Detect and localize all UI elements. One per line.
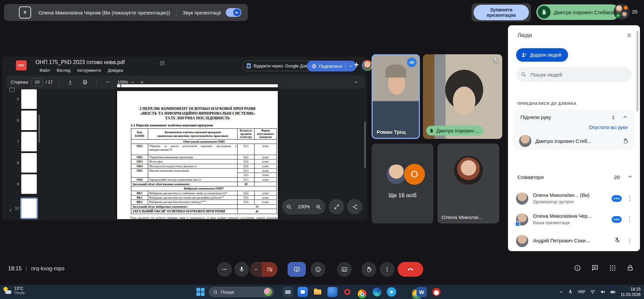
close-icon[interactable]	[626, 32, 633, 39]
tray-mic-icon[interactable]	[568, 290, 573, 294]
hand-raised-toast[interactable]: Дмитро Ігорович Стебаєв	[536, 4, 620, 20]
menu-file[interactable]: Файл	[39, 68, 50, 73]
more-options-icon[interactable]: ⋮	[626, 215, 633, 223]
zoom-out-icon[interactable]	[286, 204, 292, 210]
raised-hands-count: 1	[612, 114, 615, 120]
weather-widget[interactable]: 13°C Cloudy	[3, 286, 25, 295]
participant-row[interactable]: Олена Миколаївна Чер... Ваша презентація…	[508, 210, 640, 230]
telegram-icon[interactable]	[387, 287, 396, 297]
chevron-up-icon[interactable]	[627, 174, 633, 180]
camera-options-chevron[interactable]	[250, 262, 262, 277]
audio-activity-icon	[407, 58, 417, 67]
panel-scrollbar[interactable]	[637, 31, 638, 112]
participants-avatar-stack[interactable]: P	[614, 4, 630, 20]
task-view-icon[interactable]	[283, 287, 293, 297]
host-controls-button[interactable]	[626, 264, 634, 272]
gemini-sparkle-icon[interactable]	[353, 61, 360, 68]
file-explorer-icon[interactable]	[313, 287, 323, 297]
edge-icon[interactable]	[372, 287, 382, 297]
presenting-icon	[19, 6, 31, 19]
chat-button[interactable]	[591, 264, 599, 272]
more-people-tile[interactable]: О Ще 16 осіб	[372, 144, 433, 223]
activities-grid-button[interactable]	[609, 264, 616, 272]
more-options-icon[interactable]: ⋮	[626, 237, 633, 244]
search-people-input[interactable]	[530, 71, 627, 78]
avatar-initial: О	[404, 164, 425, 185]
volume-icon[interactable]	[600, 289, 606, 295]
video-tile-dmytro[interactable]: Дмитро Ігорович ...	[423, 54, 502, 139]
windows-start-button[interactable]	[196, 288, 205, 296]
camera-off-button[interactable]	[262, 262, 277, 277]
add-people-button[interactable]: Додати людей	[516, 48, 568, 62]
participant-row[interactable]: Андрій Петрович Соки... ⋮	[508, 232, 640, 251]
collapse-toolbar-icon[interactable]	[351, 77, 361, 87]
page-thumbnail[interactable]: 9	[14, 174, 37, 194]
menu-tools[interactable]: Інструменти	[77, 68, 101, 73]
captions-button[interactable]	[337, 262, 352, 277]
word-icon[interactable]: W	[417, 287, 427, 297]
zoom-in-icon[interactable]	[316, 204, 321, 210]
share-icon[interactable]	[347, 199, 363, 214]
stop-presentation-button[interactable]: Зупинити презентацію	[474, 5, 529, 20]
more-options-icon[interactable]: ⋮	[626, 195, 633, 202]
zoom-out-button[interactable]: −	[103, 77, 113, 87]
more-controls-button[interactable]	[380, 262, 395, 277]
zoom-dropdown[interactable]	[131, 81, 134, 84]
video-tile-olena[interactable]: Олена Миколаї...	[437, 144, 499, 223]
chrome-icon[interactable]	[357, 289, 367, 299]
collapse-sidebar-icon[interactable]	[8, 208, 13, 213]
share-button[interactable]: Поділитися	[307, 61, 356, 71]
tray-chevron-icon[interactable]	[559, 290, 563, 294]
raised-hands-group: Підняли руку 1 Опустити всі руки Дмитро …	[513, 110, 635, 149]
globe-icon	[312, 64, 317, 69]
reactions-badge[interactable]	[612, 195, 622, 202]
chevron-up-icon[interactable]	[622, 114, 628, 120]
raised-hand-icon	[429, 128, 434, 133]
table-header-row: Код КОНП Компоненти освітньо-наукової пр…	[131, 129, 277, 140]
page-thumbnail[interactable]: 7	[14, 132, 37, 151]
fullscreen-icon[interactable]	[329, 199, 344, 214]
google-meet-window: Олена Миколаївна Черняк (Ви (показуєте п…	[0, 0, 644, 299]
lower-all-hands-link[interactable]: Опустити всі руки	[589, 125, 627, 130]
store-icon[interactable]	[298, 287, 308, 297]
page-thumbnail[interactable]: 5	[14, 89, 37, 109]
download-icon[interactable]	[65, 77, 75, 87]
mic-button[interactable]	[234, 262, 249, 277]
menu-view[interactable]: Вигляд	[57, 68, 71, 73]
video-tile-roman[interactable]: Роман Тріщ	[372, 54, 420, 139]
thumbnail-scrollbar[interactable]	[38, 115, 40, 143]
presentation-audio-toggle[interactable]	[226, 8, 241, 17]
participant-row[interactable]: Олена Миколаївн... (Ви) Організатор зуст…	[508, 189, 640, 209]
google-docs-icon	[247, 63, 251, 68]
info-button[interactable]	[574, 264, 581, 272]
print-icon[interactable]	[80, 77, 90, 87]
raised-hand-list-item[interactable]: Дмитро Ігорович Стеб...	[519, 134, 629, 148]
reactions-button[interactable]	[311, 262, 325, 277]
reactions-badge[interactable]	[612, 216, 622, 223]
section-row: Вибіркові компоненти ОНП*	[131, 186, 277, 191]
tile-name-label: Олена Миколаї...	[441, 214, 483, 220]
taskbar-clock[interactable]: 18:15 11.03.2026	[621, 287, 641, 297]
app-icon[interactable]	[431, 287, 441, 297]
document-title: 2 ПЕРЕЛІК КОМПОНЕНТ ОСВІТНЬО-НАУКОВОЇ ПР…	[117, 107, 278, 120]
wifi-icon[interactable]	[590, 289, 595, 295]
taskbar-search[interactable]: Пошук	[209, 287, 274, 297]
mail-app-icon[interactable]	[327, 287, 338, 297]
page-thumbnail-current[interactable]: 10	[14, 199, 37, 218]
zoom-controls: 100%	[282, 199, 325, 214]
page-thumbnail[interactable]: 6	[14, 111, 37, 130]
viewer-scrollbar[interactable]	[364, 121, 366, 169]
page-thumbnail[interactable]: 8	[14, 153, 37, 173]
avatar	[386, 165, 406, 184]
battery-icon[interactable]	[610, 289, 616, 295]
present-button-active[interactable]	[288, 262, 306, 277]
account-avatar[interactable]	[362, 60, 373, 71]
end-call-button[interactable]	[398, 262, 423, 277]
search-people-box[interactable]	[516, 67, 632, 82]
language-indicator[interactable]: УКР	[578, 290, 585, 294]
menu-help[interactable]: Довідка	[108, 68, 123, 73]
opera-icon[interactable]	[342, 287, 352, 297]
page-number-input[interactable]: 10	[31, 78, 43, 86]
more-options-button[interactable]	[217, 262, 232, 277]
raise-hand-button[interactable]	[361, 262, 376, 277]
